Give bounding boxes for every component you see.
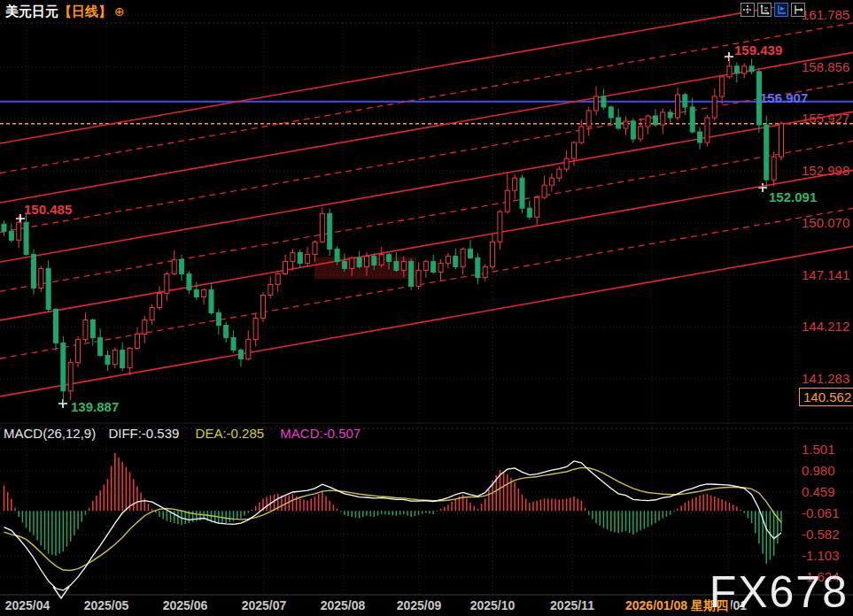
candle-body xyxy=(668,112,672,118)
macd-axis-label: -0.582 xyxy=(802,527,840,541)
candle-body xyxy=(513,178,517,190)
candle-body xyxy=(112,350,117,365)
candle-body xyxy=(216,313,221,326)
candle-body xyxy=(549,178,554,185)
candle-body xyxy=(328,213,332,249)
price-marker-label-low-april: 139.887 xyxy=(71,400,119,413)
move-icon xyxy=(742,4,753,15)
macd-axis-label: 0.980 xyxy=(802,464,835,477)
macd-indicator-header: MACD(26,12,9) DIFF:-0.539 DEA:-0.285 MAC… xyxy=(4,426,361,441)
candle-body xyxy=(483,266,487,277)
candle-body xyxy=(17,222,21,240)
macd-axis-label: -1.103 xyxy=(802,549,840,562)
candle-body xyxy=(601,96,606,107)
candle-body xyxy=(535,197,539,217)
candle-body xyxy=(505,190,509,212)
candle-body xyxy=(387,254,392,261)
candle-body xyxy=(209,289,213,312)
candle-body xyxy=(557,169,562,178)
candle-body xyxy=(61,343,66,391)
candle-body xyxy=(342,261,346,268)
candle-body xyxy=(364,256,368,266)
title-bar: 美元日元【日线】⊕ xyxy=(5,4,125,20)
candle-body xyxy=(76,340,81,363)
candle-body xyxy=(646,116,650,127)
candle-body xyxy=(579,127,584,142)
candle-body xyxy=(520,178,524,208)
flag-annotation-tool-button[interactable] xyxy=(774,3,788,17)
price-axis-label: 144.212 xyxy=(802,320,849,333)
candle-body xyxy=(675,95,679,118)
candle-body xyxy=(446,256,450,263)
candle-body xyxy=(468,249,472,258)
candle-body xyxy=(498,212,502,242)
move-tool-button[interactable] xyxy=(741,3,755,17)
channel-line xyxy=(0,23,853,173)
crosshair-marker xyxy=(758,183,767,192)
candle-body xyxy=(105,356,110,365)
candle-body xyxy=(705,118,710,142)
add-indicator-icon[interactable]: ⊕ xyxy=(114,4,125,19)
candle-body xyxy=(631,121,635,139)
candle-body xyxy=(594,96,599,111)
flag-icon xyxy=(776,4,787,15)
chart-app: 美元日元【日线】⊕ 161.78 xyxy=(0,0,853,616)
macd-title: MACD(26,12,9) xyxy=(4,426,96,441)
candle-body xyxy=(734,66,739,73)
chart-toolbar xyxy=(741,3,805,17)
channel-line xyxy=(0,0,853,143)
pan-right-tool-button[interactable] xyxy=(791,3,805,17)
candle-body xyxy=(31,254,35,288)
price-axis-label: 147.141 xyxy=(802,268,849,281)
candle-body xyxy=(194,289,198,296)
candle-body xyxy=(268,284,273,295)
candle-body xyxy=(143,320,147,335)
candle-body xyxy=(53,309,58,343)
candle-body xyxy=(661,112,665,125)
candle-body xyxy=(357,258,361,266)
pan-right-icon xyxy=(793,4,803,15)
channel-line xyxy=(0,52,853,203)
time-axis-label: 2025/08 xyxy=(321,599,366,612)
candle-body xyxy=(283,261,288,273)
chart-canvas[interactable] xyxy=(0,0,853,616)
candle-body xyxy=(409,261,414,286)
symbol-title: 美元日元 xyxy=(5,4,58,19)
price-axis-label: 150.070 xyxy=(802,216,849,229)
time-axis-label: 2025/04 xyxy=(5,599,50,612)
candle-body xyxy=(46,268,50,309)
candle-body xyxy=(742,66,747,73)
time-axis-label: 2025/09 xyxy=(397,599,442,612)
channel-line xyxy=(0,112,853,262)
selected-line-price-box[interactable]: 140.562 xyxy=(799,388,853,406)
candle-body xyxy=(491,242,495,266)
macd-histogram xyxy=(4,453,781,564)
candle-body xyxy=(624,121,628,128)
price-axis-label: 152.998 xyxy=(802,164,849,177)
candle-body xyxy=(313,242,317,254)
candle-body xyxy=(476,258,480,277)
candle-body xyxy=(202,289,206,296)
candle-body xyxy=(639,127,643,139)
candle-body xyxy=(231,338,236,350)
price-axis-label: 141.283 xyxy=(802,372,849,385)
macd-dea-value: DEA:-0.285 xyxy=(196,426,265,441)
candle-body xyxy=(350,258,354,268)
candle-body xyxy=(564,158,569,169)
candle-body xyxy=(24,222,28,254)
candle-body xyxy=(454,256,458,266)
macd-axis-label: 1.501 xyxy=(802,443,835,456)
time-axis-label: 2025/10 xyxy=(470,599,516,612)
diff-line xyxy=(4,461,781,590)
candle-body xyxy=(320,213,324,242)
candle-body xyxy=(335,249,339,261)
candle-body xyxy=(571,142,576,158)
horizontal-line-price-label[interactable]: 156.907 xyxy=(760,91,808,104)
candle-body xyxy=(120,350,125,368)
candle-body xyxy=(9,231,13,240)
candle-body xyxy=(83,320,88,340)
candle-body xyxy=(372,256,376,265)
axis-scale-icon xyxy=(759,4,770,15)
candle-body xyxy=(224,326,229,338)
axis-scale-tool-button[interactable] xyxy=(757,3,772,17)
